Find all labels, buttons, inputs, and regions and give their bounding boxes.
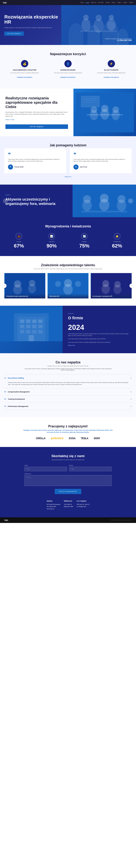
benefit-text-1: Lorem ipsum dolor sit amet, consectetur …: [49, 72, 87, 74]
author-avatar-1: S: [73, 164, 78, 169]
svg-point-21: [82, 199, 92, 211]
faq-chevron-1: ∨: [130, 391, 132, 393]
benefit-link-0[interactable]: DOWIEDZ SIĘ WIĘCEJ: [17, 77, 32, 78]
quote-icon-0: ❝: [8, 152, 63, 157]
comp-percent-2: 75%: [70, 243, 99, 249]
benefit-link-1[interactable]: DOWIEDZ SIĘ WIĘCEJ: [60, 77, 76, 78]
partner-crolla: CROLLA: [36, 437, 45, 440]
nav-page8[interactable]: Page 8: [123, 2, 127, 3]
compensation-grid: 💼 Korzyści 67% 📊 Szkolenia 90% 🔄 Rotacja…: [4, 233, 132, 249]
hero-cta-button[interactable]: CZYTAJ WIĘCEJ: [4, 32, 24, 36]
faq-intro: Lorem ipsum dolor sit amet, consectetur …: [23, 368, 113, 371]
comp-icon-0: 💼: [15, 233, 22, 240]
office-la: Los Angeles 398 South St. Suite 22 Los A…: [77, 500, 90, 510]
talent-img-title-0: Pozyskanie kadry wykonawczej: [6, 296, 43, 297]
contact-submit-button[interactable]: WYŚLIJ WIADOMOŚĆ: [55, 489, 81, 494]
faq-chevron-0: ∨: [130, 377, 132, 379]
faq-chevron-3: ∨: [130, 405, 132, 407]
compensation-title: Wynagrodzenia i świadczenia: [4, 224, 132, 228]
nav-team[interactable]: Our Team: [98, 2, 104, 3]
svg-point-25: [117, 199, 126, 211]
svg-point-39: [102, 284, 110, 294]
comp-label-0: Korzyści: [4, 241, 34, 242]
svg-point-14: [112, 110, 120, 120]
logo[interactable]: logo: [3, 2, 7, 4]
nav-page2[interactable]: Page 2: [117, 2, 121, 3]
realistic-title: Realistyczne rozwiązania zaprojektowane …: [5, 96, 68, 109]
partners-title: Pracujemy z najlepszymi!: [4, 425, 132, 428]
faq-item-2: 03. Training Development ∨: [4, 396, 132, 403]
author-avatar-0: P: [8, 164, 13, 169]
webinar-prev-button[interactable]: ‹: [3, 198, 8, 204]
talent-prev-button[interactable]: ‹: [2, 284, 6, 288]
benefit-link-2[interactable]: DOWIEDZ SIĘ WIĘCEJ: [104, 77, 119, 78]
office-city-1: Melbourne: [64, 500, 73, 502]
webinar-section: ‹ EVENT Aktywnie uczestniczymy i organiz…: [0, 185, 136, 217]
talent-img-title-1: Rekrutacja HR: [49, 296, 87, 297]
name-input[interactable]: [69, 467, 111, 471]
author-name-1: Sam Perry: [80, 166, 87, 168]
faq-header-3[interactable]: 04. Performance Management ∨: [4, 403, 132, 410]
about-text1: Lorem ipsum dolor sit amet, consectetur …: [68, 333, 131, 337]
realistic-section: Realistyczne rozwiązania zaprojektowane …: [0, 89, 136, 136]
message-textarea[interactable]: [25, 475, 111, 486]
faq-subtitle: Sample dot sit. Lorem do sit agency sit …: [23, 365, 113, 367]
svg-rect-47: [32, 319, 36, 323]
nav-page1[interactable]: Page 1: [111, 2, 115, 3]
benefit-icon-0: 💰: [21, 60, 28, 67]
quote-icon-1: ❝: [73, 152, 128, 157]
faq-item-3: 04. Performance Management ∨: [4, 403, 132, 410]
partners-logos: CROLLA ◆ BINANCE EVGA TESLA SONY: [4, 437, 132, 440]
partner-tesla: TESLA: [81, 437, 88, 440]
benefit-text-2: Lorem ipsum dolor sit amet, consectetur …: [93, 72, 130, 74]
svg-point-36: [75, 281, 81, 287]
faq-section: Co nas napędza Sample dot sit. Lorem do …: [0, 353, 136, 417]
faq-header-2[interactable]: 03. Training Development ∨: [4, 396, 132, 403]
faq-header-1[interactable]: 02. Compensation Management ∨: [4, 388, 132, 395]
realistic-cta-button[interactable]: CZYTAJ WIĘCEJ: [5, 124, 68, 129]
svg-point-3: [96, 15, 102, 21]
talent-image-1: Rekrutacja HR: [47, 273, 89, 299]
faq-title: Co nas napędza: [4, 361, 132, 364]
faq-header-0[interactable]: 01. Recruitment Staffing ∨: [4, 374, 132, 381]
svg-point-34: [63, 284, 73, 295]
svg-point-10: [90, 110, 98, 120]
office-addr2-2: Los Angeles 900: [77, 505, 90, 508]
office-addr2-0: 160 Gallery 3RD: [46, 505, 60, 508]
nav-about[interactable]: About Us: [91, 2, 96, 3]
partners-sub-link[interactable]: font dolor sit: [54, 432, 61, 433]
webinar-next-button[interactable]: ›: [128, 198, 133, 204]
office-addr1-0: 40 Pinehut Rd Syracuse: [46, 503, 60, 506]
nav-contact[interactable]: Contact: [105, 2, 110, 3]
contact-subtitle: Masz jakieś pytania? Po prostu napisz do…: [4, 459, 132, 460]
svg-rect-15: [81, 96, 99, 107]
talent-next-button[interactable]: ›: [130, 284, 134, 288]
realistic-text2[interactable]: Więcej z Fregel.: [5, 119, 68, 121]
webinar-text: EVENT Aktywnie uczestniczymy i organizuj…: [0, 187, 72, 215]
about-pagination[interactable]: Więcej Stron: [68, 345, 131, 346]
faq-num-3: 04.: [4, 405, 6, 407]
email-input[interactable]: [25, 467, 67, 471]
nav-uslugi[interactable]: Usługi: [86, 2, 89, 3]
svg-point-31: [28, 284, 36, 293]
email-label: Email: [25, 465, 67, 466]
svg-point-23: [99, 199, 109, 211]
svg-point-1: [83, 15, 89, 20]
svg-point-29: [13, 284, 22, 294]
hero-subtitle: Sample large text. Lorem ipsum dolor sit…: [4, 27, 59, 29]
nav-home[interactable]: Home: [80, 2, 84, 3]
footer-copyright: © 2024 HR Solutions. All rights reserved…: [110, 520, 132, 521]
partner-evga: EVGA: [69, 437, 75, 440]
svg-rect-55: [32, 330, 36, 333]
svg-rect-45: [20, 319, 24, 323]
faq-item-0: 01. Recruitment Staffing ∨ Practase ultr…: [4, 374, 132, 388]
benefit-text-0: Lorem ipsum dolor sit amet, consectetur …: [6, 72, 43, 74]
nav-page9[interactable]: Page 9: [129, 2, 133, 3]
faq-num-0: 01.: [4, 377, 6, 379]
comp-icon-3: ⭐: [114, 233, 121, 240]
hero-title: Rozwiązania eksperckie HR: [4, 14, 59, 25]
testimonials-pagination[interactable]: Więcej Prac: [4, 176, 132, 177]
partner-binance: ◆ BINANCE: [51, 437, 64, 440]
svg-rect-54: [26, 330, 30, 333]
faq-num-1: 02.: [4, 391, 6, 393]
